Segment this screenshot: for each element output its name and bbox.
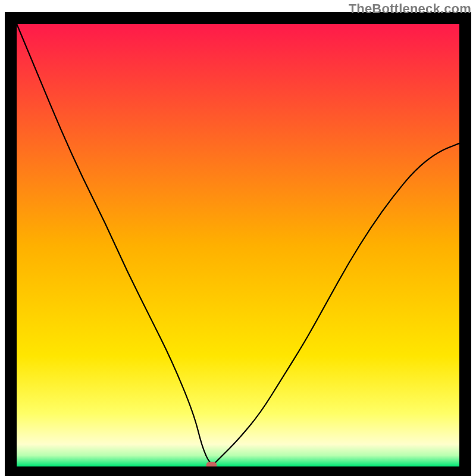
bottleneck-chart <box>0 0 476 476</box>
chart-container: TheBottleneck.com <box>0 0 476 476</box>
plot-background <box>17 24 459 466</box>
watermark-text: TheBottleneck.com <box>349 1 471 17</box>
